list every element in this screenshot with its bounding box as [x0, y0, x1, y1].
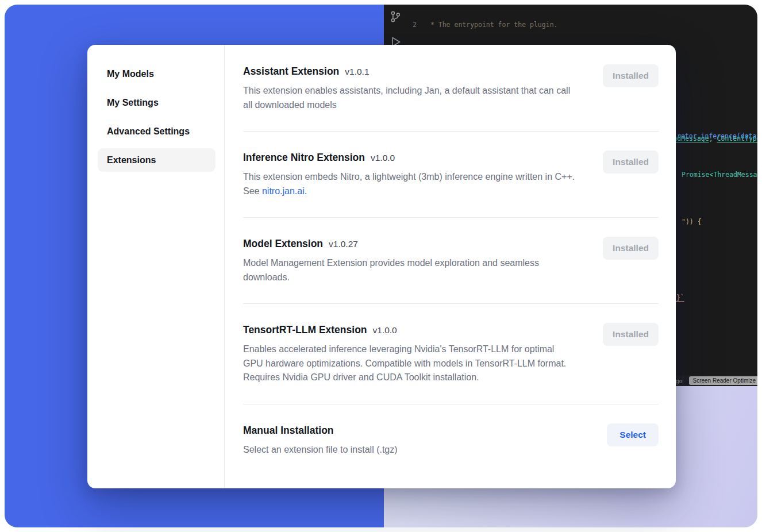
- manual-installation-row: Manual Installation Select an extension …: [243, 404, 659, 476]
- extension-title: Model Extensionv1.0.27: [243, 237, 575, 251]
- extension-title: Manual Installation: [243, 423, 398, 438]
- extension-version: v1.0.27: [329, 239, 358, 249]
- status-text: go: [676, 377, 683, 384]
- sidebar-item-my-settings[interactable]: My Settings: [98, 91, 215, 114]
- screenshot-stage: 2 * The entrypoint for the plugin. 3 */ …: [0, 0, 762, 532]
- screen-reader-chip[interactable]: Screen Reader Optimize: [689, 376, 758, 385]
- extension-description: This extension enables assistants, inclu…: [243, 84, 575, 112]
- code-fragment: Promise<ThreadMessage>: [682, 171, 757, 179]
- extension-row-tensorrt-llm: TensortRT-LLM Extensionv1.0.0 Enables ac…: [243, 304, 659, 404]
- extension-version: v1.0.0: [371, 153, 395, 163]
- code-fragment: ")) {: [682, 218, 702, 226]
- sidebar-item-advanced-settings[interactable]: Advanced Settings: [98, 119, 215, 143]
- extension-name: Inference Nitro Extension: [243, 152, 365, 163]
- extension-version: v1.0.1: [345, 67, 369, 76]
- extension-name: Manual Installation: [243, 425, 334, 436]
- extensions-list: Assistant Extensionv1.0.1 This extension…: [225, 45, 676, 488]
- installed-button[interactable]: Installed: [603, 323, 659, 346]
- code-fragment: rator.inference(data));: [677, 132, 757, 140]
- sidebar-item-my-models[interactable]: My Models: [98, 62, 215, 86]
- extension-description: Select an extension file to install (.tg…: [243, 443, 398, 457]
- extension-row-model: Model Extensionv1.0.27 Model Management …: [243, 218, 659, 303]
- sidebar-item-extensions[interactable]: Extensions: [98, 148, 215, 172]
- nitro-jan-ai-link[interactable]: nitro.jan.ai.: [262, 186, 307, 196]
- settings-modal: My Models My Settings Advanced Settings …: [87, 45, 676, 488]
- extension-description: Enables accelerated inference leveraging…: [243, 342, 575, 385]
- extension-name: Assistant Extension: [243, 65, 339, 77]
- select-file-button[interactable]: Select: [607, 423, 659, 446]
- installed-button[interactable]: Installed: [603, 237, 659, 260]
- installed-button[interactable]: Installed: [603, 151, 659, 174]
- extension-title: TensortRT-LLM Extensionv1.0.0: [243, 323, 575, 337]
- settings-sidebar: My Models My Settings Advanced Settings …: [87, 45, 225, 488]
- extension-row-assistant: Assistant Extensionv1.0.1 This extension…: [243, 64, 659, 131]
- extension-name: Model Extension: [243, 238, 323, 249]
- extension-title: Assistant Extensionv1.0.1: [243, 64, 575, 79]
- extension-version: v1.0.0: [373, 325, 397, 335]
- extension-description: Model Management Extension provides mode…: [243, 256, 575, 284]
- extension-description: This extension embeds Nitro, a lightweig…: [243, 170, 575, 198]
- extension-title: Inference Nitro Extensionv1.0.0: [243, 151, 575, 165]
- line-number: 2: [384, 20, 426, 30]
- code-comment: * The entrypoint for the plugin.: [426, 20, 557, 30]
- extension-row-inference-nitro: Inference Nitro Extensionv1.0.0 This ext…: [243, 132, 659, 217]
- extension-name: TensortRT-LLM Extension: [243, 324, 367, 336]
- code-line: 2 * The entrypoint for the plugin.: [384, 20, 757, 30]
- installed-button[interactable]: Installed: [603, 64, 659, 87]
